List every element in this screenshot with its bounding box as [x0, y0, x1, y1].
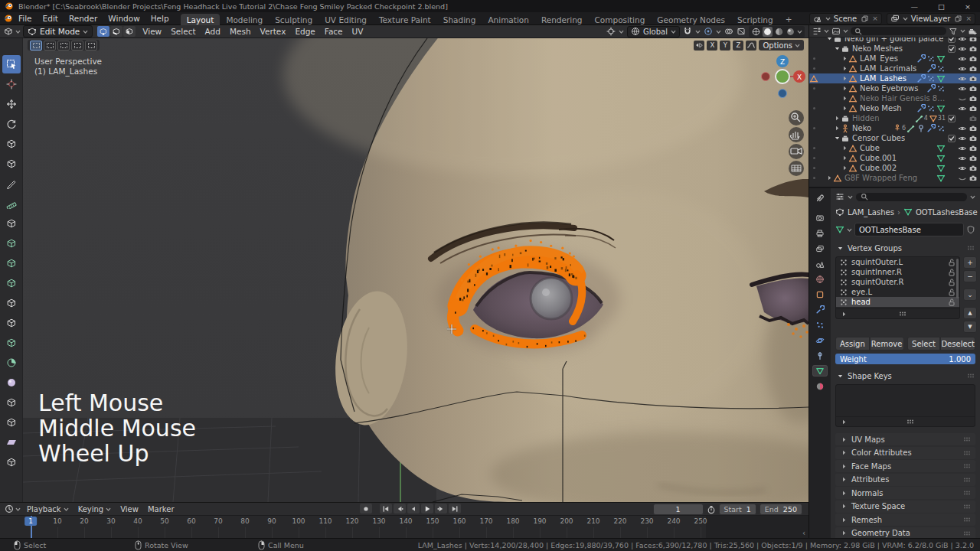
timeline-editor-icon[interactable] — [5, 504, 14, 514]
tool-measure[interactable] — [2, 194, 21, 213]
show-gizmo-icon[interactable] — [724, 27, 733, 36]
resize-grip-icon[interactable] — [906, 417, 915, 426]
select-invert-mode-button[interactable] — [71, 41, 83, 51]
viewport-menu-vertex[interactable]: Vertex — [256, 27, 291, 36]
particles-icon[interactable] — [936, 64, 946, 73]
outliner-row[interactable]: Cube.001 — [809, 153, 980, 163]
section-geometry-data[interactable]: Geometry Data — [835, 527, 975, 539]
lock-open-icon[interactable] — [947, 258, 956, 267]
eye-icon[interactable] — [958, 44, 967, 54]
options-dropdown[interactable]: Options — [759, 40, 804, 51]
viewport-3d[interactable]: X Y Z Options — [23, 38, 808, 502]
tool-shear[interactable] — [2, 433, 21, 452]
properties-tab-data[interactable] — [813, 366, 827, 376]
disclosure-icon[interactable] — [834, 115, 841, 122]
mesh-data-icon[interactable] — [936, 74, 946, 83]
select-extend-mode-button[interactable] — [44, 41, 56, 51]
section-color-attributes[interactable]: Color Attributes — [835, 447, 975, 459]
particles-icon[interactable] — [926, 74, 936, 83]
select-button[interactable]: Select — [907, 337, 941, 350]
lock-open-icon[interactable] — [947, 288, 956, 297]
workspace-tab-sculpting[interactable]: Sculpting — [269, 14, 318, 25]
mirror-x-button[interactable]: X — [707, 41, 717, 51]
section-normals[interactable]: Normals — [835, 487, 975, 499]
timeline-menu-keying[interactable]: Keying — [74, 505, 116, 514]
camera-icon[interactable] — [969, 144, 978, 153]
chevron-right-icon[interactable] — [839, 309, 848, 318]
select-set-mode-button[interactable] — [30, 41, 42, 51]
vertex-group-row[interactable]: head — [836, 297, 959, 307]
disclosure-icon[interactable] — [841, 165, 848, 171]
modifier-icon[interactable] — [926, 124, 936, 133]
properties-tab-physics[interactable] — [813, 335, 827, 345]
snap-magnet-icon[interactable] — [683, 27, 692, 36]
move-group-down-button[interactable]: ▼ — [963, 321, 977, 333]
checkbox-icon[interactable] — [947, 134, 956, 143]
gizmo-y-axis[interactable] — [776, 70, 789, 83]
edge-select-button[interactable] — [110, 26, 122, 37]
tool-rotate[interactable] — [2, 115, 21, 133]
section-remesh[interactable]: Remesh — [835, 514, 975, 526]
outliner-display-mode-icon[interactable] — [812, 27, 822, 36]
particles-icon[interactable] — [936, 124, 946, 133]
proportional-edit-icon[interactable] — [704, 27, 713, 36]
viewport-menu-select[interactable]: Select — [166, 27, 200, 36]
modifier-icon[interactable] — [926, 84, 936, 93]
workspace-tab-animation[interactable]: Animation — [482, 14, 535, 25]
eye-icon[interactable] — [958, 74, 967, 83]
disclosure-icon[interactable] — [841, 65, 848, 72]
current-frame-field[interactable]: 1 — [653, 504, 704, 515]
mesh-data-icon[interactable] — [936, 144, 946, 153]
eye-icon[interactable] — [958, 54, 967, 64]
checkbox-icon[interactable] — [947, 44, 956, 54]
breadcrumb-data[interactable]: OOTLashesBase — [916, 208, 978, 217]
timeline-menu-marker[interactable]: Marker — [143, 505, 179, 514]
outliner-row[interactable]: Neko Hair Genesis 8 Fema — [809, 93, 980, 103]
properties-tab-world[interactable] — [813, 274, 827, 284]
tool-extrude-region[interactable] — [2, 234, 21, 253]
viewport-menu-uv[interactable]: UV — [348, 27, 368, 36]
modifier-icon[interactable] — [916, 104, 926, 113]
camera-icon[interactable] — [969, 114, 978, 123]
eye-icon[interactable] — [958, 164, 967, 173]
outliner-row[interactable]: Cube — [809, 143, 980, 153]
show-overlays-icon[interactable] — [737, 27, 746, 36]
remove-viewlayer-icon[interactable]: × — [965, 15, 972, 22]
mirror-icon[interactable] — [694, 41, 704, 51]
new-collection-icon[interactable] — [968, 27, 977, 36]
play-button[interactable] — [421, 504, 433, 514]
wireframe-shading-button[interactable] — [751, 27, 761, 37]
outliner-row[interactable]: Cube.002 — [809, 163, 980, 173]
record-button[interactable] — [360, 504, 372, 514]
menu-help[interactable]: Help — [145, 14, 175, 23]
solid-shading-button[interactable] — [763, 27, 773, 37]
tool-rip-region[interactable] — [2, 453, 21, 471]
face-select-button[interactable] — [123, 26, 136, 37]
camera-icon[interactable] — [969, 134, 978, 143]
new-viewlayer-icon[interactable] — [953, 14, 962, 23]
maximize-button[interactable]: □ — [938, 2, 945, 11]
tool-edge-slide[interactable] — [2, 393, 21, 412]
eye-icon[interactable] — [958, 144, 967, 153]
properties-tab-particles[interactable] — [813, 320, 827, 330]
disclosure-icon[interactable] — [841, 85, 848, 92]
prev-frame-button[interactable] — [407, 504, 420, 514]
vertex-select-button[interactable] — [97, 26, 109, 37]
material-shading-button[interactable] — [774, 27, 784, 37]
falloff-icon[interactable] — [746, 41, 756, 51]
mesh-data-icon[interactable] — [936, 104, 946, 113]
disclosure-icon[interactable] — [834, 45, 841, 52]
gizmo-z-neg-axis[interactable] — [779, 90, 787, 98]
viewport-menu-view[interactable]: View — [138, 27, 166, 36]
tool-loop-cut[interactable] — [2, 294, 21, 312]
pan-button[interactable] — [789, 127, 804, 142]
weight-slider[interactable]: Weight 1.000 — [835, 354, 975, 364]
outliner-row[interactable]: Hidden431 — [809, 113, 980, 123]
disclosure-icon[interactable] — [841, 105, 848, 112]
mesh-data-icon[interactable] — [936, 54, 946, 64]
lock-open-icon[interactable] — [947, 268, 956, 277]
scene-render[interactable]: User Perspective (1) LAM_Lashes Left Mou… — [23, 38, 808, 502]
pivot-point-icon[interactable] — [606, 27, 616, 36]
vertex-group-row[interactable]: eye.L — [836, 287, 959, 297]
scrollbar[interactable] — [956, 259, 959, 298]
